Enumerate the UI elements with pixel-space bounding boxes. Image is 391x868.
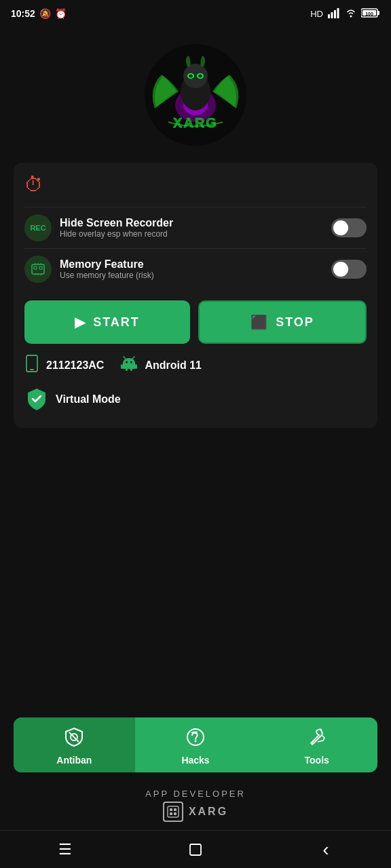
start-button[interactable]: ▶ START <box>24 300 190 344</box>
android-info-item: Android 11 <box>120 356 202 375</box>
device-info-row: 2112123AC Android 11 <box>24 344 367 382</box>
svg-rect-46 <box>170 808 172 811</box>
nav-hacks[interactable]: Hacks <box>135 717 257 772</box>
app-logo: XARG <box>141 41 250 149</box>
svg-line-34 <box>124 357 126 359</box>
svg-rect-21 <box>39 267 42 269</box>
svg-rect-0 <box>328 14 330 18</box>
developer-area: App Developer XARG <box>0 783 391 830</box>
svg-rect-3 <box>337 8 339 18</box>
brand-name: XARG <box>189 806 228 818</box>
toggle-left-recorder: REC Hide Screen Recorder Hide overlay es… <box>24 214 173 241</box>
system-nav-bar: ☰ ‹ <box>0 830 391 868</box>
hide-screen-recorder-row: REC Hide Screen Recorder Hide overlay es… <box>24 207 367 248</box>
svg-point-43 <box>195 741 197 743</box>
stop-label: STOP <box>276 315 314 330</box>
brand-icon <box>163 802 183 822</box>
svg-point-13 <box>183 64 208 88</box>
svg-rect-20 <box>34 267 37 269</box>
antiban-label: Antiban <box>56 755 92 766</box>
svg-text:XARG: XARG <box>173 115 218 130</box>
memory-icon <box>24 256 52 283</box>
logo-svg: XARG <box>141 41 250 149</box>
hacks-label: Hacks <box>181 755 209 766</box>
android-version: Android 11 <box>145 359 202 372</box>
memory-title: Memory Feature <box>60 258 154 271</box>
status-bar: 10:52 🔕 ⏰ HD 1 <box>0 0 391 27</box>
developer-brand: XARG <box>163 802 228 822</box>
memory-toggle[interactable] <box>331 260 367 279</box>
signal-icon: HD <box>310 9 323 19</box>
svg-point-32 <box>126 361 128 363</box>
recorder-title: Hide Screen Recorder <box>60 217 173 229</box>
svg-rect-37 <box>135 364 137 369</box>
recorder-toggle[interactable] <box>331 218 367 237</box>
stop-icon: ⬛ <box>250 314 269 330</box>
svg-rect-1 <box>331 12 333 18</box>
nav-antiban[interactable]: Antiban <box>14 717 135 772</box>
play-icon: ▶ <box>75 314 86 330</box>
wifi-bars <box>327 7 341 20</box>
action-buttons: ▶ START ⬛ STOP <box>24 300 367 344</box>
svg-point-17 <box>198 75 202 78</box>
toggle-left-memory: Memory Feature Use memory feature (risk) <box>24 256 154 283</box>
svg-rect-31 <box>123 363 135 369</box>
memory-text: Memory Feature Use memory feature (risk) <box>60 258 154 280</box>
alarm-icon: ⏰ <box>55 8 67 19</box>
battery-indicator: 100 <box>361 7 380 20</box>
tools-icon <box>307 727 327 752</box>
timer-icon: ⏱ <box>24 174 43 195</box>
timer-row: ⏱ <box>24 174 367 196</box>
svg-rect-49 <box>174 812 176 815</box>
bottom-navigation: Antiban Hacks Tools <box>14 717 377 772</box>
svg-rect-36 <box>121 364 123 369</box>
time-display: 10:52 <box>11 8 35 19</box>
virtual-mode-row: Virtual Mode <box>24 382 367 417</box>
svg-rect-6 <box>377 11 379 15</box>
status-left: 10:52 🔕 ⏰ <box>11 8 67 19</box>
memory-feature-row: Memory Feature Use memory feature (risk) <box>24 248 367 290</box>
tools-label: Tools <box>305 755 329 766</box>
svg-point-16 <box>189 75 193 78</box>
device-id-item: 2112123AC <box>24 355 104 376</box>
svg-rect-39 <box>130 368 132 371</box>
hacks-icon <box>185 727 206 752</box>
svg-rect-29 <box>30 369 34 370</box>
home-button[interactable] <box>182 836 209 863</box>
memory-subtitle: Use memory feature (risk) <box>60 271 154 280</box>
virtual-shield-icon <box>24 387 49 412</box>
main-card: ⏱ REC Hide Screen Recorder Hide overlay … <box>14 163 377 428</box>
recorder-text: Hide Screen Recorder Hide overlay esp wh… <box>60 217 173 239</box>
phone-icon <box>24 355 39 376</box>
stop-button[interactable]: ⬛ STOP <box>198 300 367 344</box>
antiban-icon <box>64 727 84 752</box>
nav-tools[interactable]: Tools <box>256 717 377 772</box>
svg-rect-2 <box>334 10 336 18</box>
svg-point-4 <box>350 15 352 17</box>
svg-point-33 <box>130 361 132 363</box>
start-label: START <box>93 315 140 330</box>
back-button[interactable]: ‹ <box>312 836 339 863</box>
svg-rect-50 <box>190 844 201 855</box>
rec-icon: REC <box>24 214 52 241</box>
status-right: HD 100 <box>310 7 380 20</box>
mute-icon: 🔕 <box>39 8 51 19</box>
svg-rect-45 <box>168 806 179 817</box>
wifi-icon <box>345 8 357 20</box>
virtual-mode-label: Virtual Mode <box>56 393 121 406</box>
menu-button[interactable]: ☰ <box>52 836 79 863</box>
svg-rect-47 <box>174 808 176 811</box>
svg-rect-38 <box>126 368 128 371</box>
svg-text:100: 100 <box>365 12 373 16</box>
svg-line-35 <box>132 357 134 359</box>
device-id: 2112123AC <box>46 359 104 372</box>
android-icon <box>120 356 138 375</box>
developer-title: App Developer <box>145 789 246 799</box>
recorder-subtitle: Hide overlay esp when record <box>60 229 173 239</box>
logo-area: XARG <box>0 27 391 156</box>
svg-rect-48 <box>170 812 172 815</box>
